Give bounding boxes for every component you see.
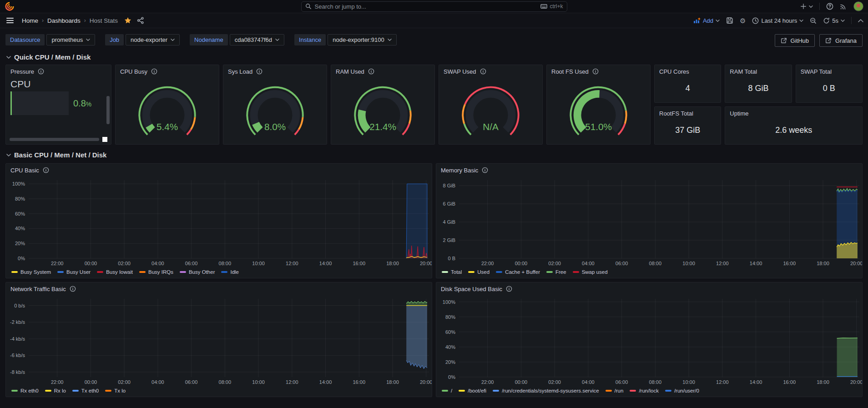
x-axis-label: 18:00 xyxy=(817,261,829,266)
stat-panel-swap-total: SWAP Total0 B xyxy=(796,65,863,103)
panel-title[interactable]: SWAP Total xyxy=(801,68,832,75)
keyboard-shortcut: ctrl+k xyxy=(540,3,563,10)
panel-title[interactable]: Uptime xyxy=(730,110,748,117)
dashboard-link-github[interactable]: GitHub xyxy=(775,34,815,47)
horizontal-scrollbar[interactable] xyxy=(10,138,99,141)
filter-value-dropdown[interactable]: node-exporter:9100 xyxy=(328,34,396,45)
x-axis-label: 00:00 xyxy=(85,379,97,385)
legend-label[interactable]: /run/lock xyxy=(639,388,658,393)
add-panel-button[interactable]: Add xyxy=(693,17,720,24)
x-axis-label: 16:00 xyxy=(353,379,366,385)
panel-title[interactable]: Pressure xyxy=(10,68,34,75)
legend-label[interactable]: Rx eth0 xyxy=(20,388,39,393)
refresh-picker[interactable]: 5s xyxy=(823,17,845,24)
time-range-picker[interactable]: Last 24 hours xyxy=(752,17,803,24)
panel-title[interactable]: Sys Load xyxy=(228,68,252,75)
legend-label[interactable]: Tx lo xyxy=(114,388,126,393)
search-box[interactable]: ctrl+k xyxy=(301,1,567,12)
vertical-scrollbar[interactable] xyxy=(106,96,110,124)
x-axis-label: 08:00 xyxy=(219,379,232,385)
legend-label[interactable]: Rx lo xyxy=(54,388,66,393)
legend-label[interactable]: Busy User xyxy=(66,269,91,275)
favorite-star-icon[interactable] xyxy=(124,17,131,24)
help-icon[interactable] xyxy=(826,3,833,10)
y-axis-label: 6 GiB xyxy=(443,201,455,207)
panel-title[interactable]: RootFS Total xyxy=(659,110,693,117)
share-icon[interactable] xyxy=(137,17,144,24)
legend-swatch xyxy=(665,390,671,392)
save-dashboard-icon[interactable] xyxy=(726,17,733,24)
legend-label[interactable]: Busy IRQs xyxy=(148,269,173,275)
filter-value-dropdown[interactable]: cda083747f6d xyxy=(230,34,284,45)
row-quick-cpu-mem-disk[interactable]: Quick CPU / Mem / Disk xyxy=(6,53,868,61)
breadcrumb-dashboards[interactable]: Dashboards xyxy=(47,17,81,24)
filter-value-dropdown[interactable]: node-exporter xyxy=(126,34,180,45)
x-axis-label: 06:00 xyxy=(616,379,628,385)
search-input[interactable] xyxy=(315,3,538,10)
chart-svg: 22:0000:0002:0004:0006:0008:0010:0012:00… xyxy=(436,295,862,387)
legend-label[interactable]: Tx eth0 xyxy=(81,388,99,393)
info-icon[interactable] xyxy=(506,286,512,292)
panel-title[interactable]: Memory Basic xyxy=(441,167,478,174)
news-icon[interactable] xyxy=(840,3,847,10)
legend-swatch xyxy=(45,390,51,392)
collapse-up-icon[interactable] xyxy=(858,19,863,23)
time-series-plot[interactable]: 22:0000:0002:0004:0006:0008:0010:0012:00… xyxy=(436,176,862,268)
panel-title[interactable]: SWAP Used xyxy=(444,68,476,75)
chevron-down-icon xyxy=(275,38,279,41)
time-series-plot[interactable]: 22:0000:0002:0004:0006:0008:0010:0012:00… xyxy=(6,176,432,268)
panel-title[interactable]: Disk Space Used Basic xyxy=(441,286,502,292)
legend-item: Busy User xyxy=(57,269,91,275)
grafana-logo-icon[interactable] xyxy=(5,1,15,11)
legend-label[interactable]: Busy System xyxy=(20,269,51,275)
panel-title[interactable]: Network Traffic Basic xyxy=(10,286,66,292)
panel-title[interactable]: RAM Used xyxy=(336,68,364,75)
user-avatar[interactable] xyxy=(853,1,863,11)
panel-title[interactable]: CPU Busy xyxy=(120,68,147,75)
new-button[interactable] xyxy=(800,3,813,10)
info-icon[interactable] xyxy=(368,68,374,75)
info-icon[interactable] xyxy=(256,68,262,75)
legend-label[interactable]: Cache + Buffer xyxy=(505,269,540,275)
legend-swatch xyxy=(57,271,64,273)
menu-toggle-icon[interactable] xyxy=(5,16,15,25)
panel-title[interactable]: RAM Total xyxy=(730,68,757,75)
legend-label[interactable]: /run/credentials/systemd-sysusers.servic… xyxy=(502,388,599,393)
legend-label[interactable]: Total xyxy=(451,269,462,275)
legend-label[interactable]: /run xyxy=(615,388,624,393)
info-icon[interactable] xyxy=(38,68,44,75)
info-icon[interactable] xyxy=(482,167,488,173)
panel-title[interactable]: Root FS Used xyxy=(551,68,589,75)
legend-swatch xyxy=(493,390,499,392)
panel-title[interactable]: CPU Basic xyxy=(10,167,39,174)
row-basic-cpu-mem-net-disk[interactable]: Basic CPU / Mem / Net / Disk xyxy=(6,151,868,159)
legend-label[interactable]: Busy Iowait xyxy=(106,269,133,275)
info-icon[interactable] xyxy=(592,68,599,75)
info-icon[interactable] xyxy=(151,68,157,75)
zoom-out-time-icon[interactable] xyxy=(810,17,817,24)
info-icon[interactable] xyxy=(480,68,486,75)
legend-label[interactable]: Free xyxy=(555,269,566,275)
x-axis-label: 08:00 xyxy=(649,379,662,385)
filter-value-dropdown[interactable]: prometheus xyxy=(46,34,95,45)
legend-label[interactable]: Used xyxy=(477,269,490,275)
dashboard-link-grafana[interactable]: Grafana xyxy=(819,34,863,47)
info-icon[interactable] xyxy=(43,167,49,173)
x-axis-label: 18:00 xyxy=(386,379,399,385)
legend-label[interactable]: /run/user/0 xyxy=(674,388,699,393)
legend: //boot/efi/run/credentials/systemd-sysus… xyxy=(436,387,862,397)
refresh-interval-label: 5s xyxy=(832,17,838,24)
legend-item: Used xyxy=(468,269,490,275)
info-icon[interactable] xyxy=(70,286,76,292)
legend-label[interactable]: Busy Other xyxy=(189,269,215,275)
scrollbar-thumb[interactable] xyxy=(102,137,107,142)
legend-label[interactable]: / xyxy=(451,388,452,393)
legend-label[interactable]: Swap used xyxy=(582,269,608,275)
time-series-plot[interactable]: 22:0000:0002:0004:0006:0008:0010:0012:00… xyxy=(436,295,862,387)
dashboard-settings-icon[interactable]: ⚙ xyxy=(740,17,746,24)
legend-label[interactable]: /boot/efi xyxy=(468,388,486,393)
legend-label[interactable]: Idle xyxy=(230,269,239,275)
breadcrumb-home[interactable]: Home xyxy=(22,17,38,24)
panel-title[interactable]: CPU Cores xyxy=(659,68,689,75)
time-series-plot[interactable]: 22:0000:0002:0004:0006:0008:0010:0012:00… xyxy=(6,295,432,387)
